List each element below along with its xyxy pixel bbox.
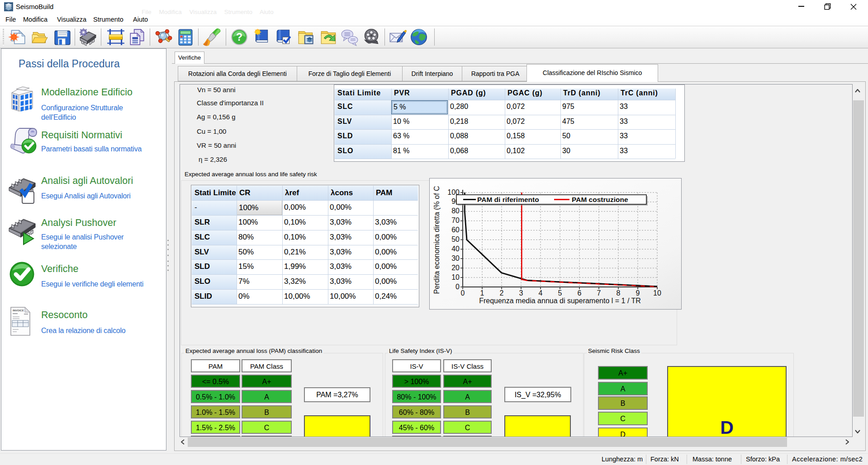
svg-text:20: 20 [451, 264, 460, 272]
svg-text:Perdita economica diretta (% o: Perdita economica diretta (% of C [433, 186, 441, 294]
svg-text:Frequenza media annua di super: Frequenza media annua di superamento l =… [479, 297, 641, 305]
svg-text:4: 4 [539, 289, 543, 297]
svg-text:0: 0 [461, 289, 465, 297]
svg-text:60: 60 [451, 226, 460, 234]
svg-text:8: 8 [617, 289, 621, 297]
svg-text:80: 80 [451, 207, 460, 215]
svg-text:3: 3 [519, 289, 523, 297]
svg-text:70: 70 [451, 216, 460, 224]
svg-text:0: 0 [455, 283, 460, 291]
svg-text:9: 9 [636, 289, 640, 297]
svg-text:PAM di riferimento: PAM di riferimento [477, 196, 539, 203]
svg-text:5: 5 [558, 289, 562, 297]
svg-text:INVOICE: INVOICE [13, 309, 24, 312]
svg-text:50: 50 [451, 235, 460, 243]
svg-text:30: 30 [451, 254, 460, 262]
svg-text:1: 1 [480, 289, 484, 297]
svg-text:7: 7 [597, 289, 601, 297]
svg-text:6: 6 [578, 289, 582, 297]
svg-text:2: 2 [500, 289, 504, 297]
svg-text:PAM costruzione: PAM costruzione [572, 196, 628, 203]
svg-text:10: 10 [451, 273, 460, 281]
svg-text:?: ? [236, 31, 242, 43]
svg-text:10: 10 [653, 289, 661, 297]
svg-text:40: 40 [451, 245, 460, 253]
